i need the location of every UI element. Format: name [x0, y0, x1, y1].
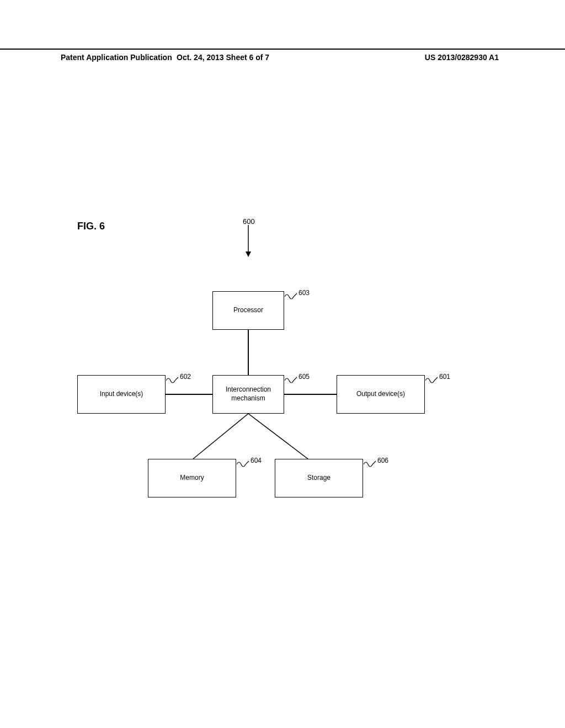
output-ref: 601 — [439, 373, 450, 381]
input-block: Input device(s) — [77, 375, 166, 414]
interconnect-ref: 605 — [299, 373, 310, 381]
interconnect-label: Interconnection mechanism — [226, 386, 271, 403]
input-leader-icon — [166, 375, 179, 386]
figure-label: FIG. 6 — [77, 221, 105, 232]
page-header: Patent Application Publication Oct. 24, … — [0, 49, 565, 62]
header-left: Patent Application Publication — [61, 53, 172, 62]
processor-ref: 603 — [299, 289, 310, 297]
memory-leader-icon — [237, 459, 250, 470]
storage-leader-icon — [364, 459, 377, 470]
header-right: US 2013/0282930 A1 — [425, 53, 499, 62]
output-label: Output device(s) — [356, 390, 405, 399]
storage-ref: 606 — [377, 457, 388, 464]
output-block: Output device(s) — [337, 375, 425, 414]
processor-block: Processor — [212, 291, 284, 330]
storage-label: Storage — [307, 474, 331, 483]
connector-interconnect-output — [284, 394, 337, 395]
svg-marker-1 — [246, 251, 251, 257]
system-ref-label: 600 — [243, 217, 255, 226]
interconnect-block: Interconnection mechanism — [212, 375, 284, 414]
storage-block: Storage — [275, 459, 363, 497]
svg-line-3 — [248, 414, 308, 459]
svg-line-2 — [193, 414, 248, 459]
processor-leader-icon — [285, 291, 298, 302]
input-label: Input device(s) — [100, 390, 143, 399]
interconnect-leader-icon — [285, 375, 298, 386]
system-arrow-icon — [243, 225, 254, 258]
connector-interconnect-memory — [188, 414, 254, 463]
connector-input-interconnect — [166, 394, 212, 395]
connector-processor-interconnect — [248, 330, 249, 375]
output-leader-icon — [425, 375, 439, 386]
memory-block: Memory — [148, 459, 236, 497]
memory-label: Memory — [180, 474, 204, 483]
input-ref: 602 — [180, 373, 191, 381]
processor-label: Processor — [233, 306, 263, 315]
header-center: Oct. 24, 2013 Sheet 6 of 7 — [177, 53, 269, 62]
memory-ref: 604 — [250, 457, 262, 464]
connector-interconnect-storage — [247, 414, 313, 463]
